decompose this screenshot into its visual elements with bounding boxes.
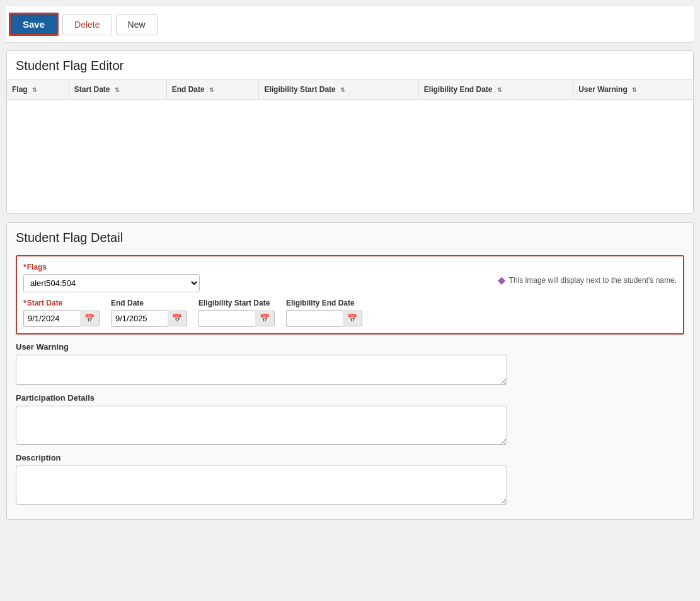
- col-start-date[interactable]: Start Date ⇅: [69, 80, 166, 100]
- col-elig-end[interactable]: Eligibility End Date ⇅: [418, 80, 573, 100]
- col-flag[interactable]: Flag ⇅: [7, 80, 69, 100]
- highlighted-section: Flags alert504:504 ◆ This image will dis…: [16, 255, 684, 335]
- description-textarea[interactable]: [16, 466, 507, 505]
- end-date-input-wrap: 📅: [111, 310, 187, 327]
- elig-start-date-calendar-button[interactable]: 📅: [255, 311, 275, 326]
- flag-table-body: [7, 100, 693, 213]
- elig-start-date-label: Eligibility Start Date: [198, 299, 275, 307]
- flag-table-container: Flag ⇅ Start Date ⇅ End Date ⇅ Eligibili…: [7, 80, 693, 213]
- user-warning-textarea[interactable]: [16, 355, 507, 385]
- user-warning-label: User Warning: [16, 342, 684, 352]
- sort-flag-icon[interactable]: ⇅: [32, 87, 37, 93]
- start-date-group: Start Date 📅: [23, 299, 100, 327]
- flags-select[interactable]: alert504:504: [23, 274, 200, 292]
- elig-start-date-input[interactable]: [198, 310, 255, 327]
- start-date-input-wrap: 📅: [23, 310, 100, 327]
- table-header-row: Flag ⇅ Start Date ⇅ End Date ⇅ Eligibili…: [7, 80, 693, 100]
- end-date-calendar-button[interactable]: 📅: [168, 311, 187, 326]
- student-flag-detail-panel: Student Flag Detail Flags alert504:504 ◆…: [6, 222, 694, 520]
- participation-textarea[interactable]: [16, 406, 507, 445]
- start-date-label: Start Date: [23, 299, 100, 307]
- dates-row: Start Date 📅 End Date 📅 Elig: [23, 299, 677, 327]
- start-date-input[interactable]: [23, 310, 80, 327]
- new-button[interactable]: New: [116, 14, 158, 35]
- elig-end-date-group: Eligibility End Date 📅: [286, 299, 362, 327]
- col-end-date[interactable]: End Date ⇅: [166, 80, 259, 100]
- sort-user-warning-icon[interactable]: ⇅: [632, 87, 637, 93]
- toolbar: Save Delete New: [6, 6, 694, 43]
- flags-right: ◆ This image will display next to the st…: [498, 263, 677, 286]
- end-date-label: End Date: [111, 299, 187, 307]
- sort-elig-start-icon[interactable]: ⇅: [340, 87, 345, 93]
- save-button[interactable]: Save: [9, 13, 59, 36]
- detail-form: Flags alert504:504 ◆ This image will dis…: [7, 251, 693, 510]
- end-date-group: End Date 📅: [111, 299, 187, 327]
- description-label: Description: [16, 453, 684, 462]
- elig-end-date-label: Eligibility End Date: [286, 299, 362, 307]
- participation-label: Participation Details: [16, 393, 684, 403]
- flags-label: Flags: [23, 263, 488, 272]
- detail-panel-title: Student Flag Detail: [7, 223, 693, 251]
- editor-panel-title: Student Flag Editor: [7, 51, 693, 80]
- flags-left: Flags alert504:504: [23, 263, 488, 292]
- sort-end-date-icon[interactable]: ⇅: [209, 87, 214, 93]
- student-flag-editor-panel: Student Flag Editor Flag ⇅ Start Date ⇅ …: [6, 50, 694, 214]
- elig-end-date-calendar-button[interactable]: 📅: [343, 311, 362, 326]
- flags-hint-text: This image will display next to the stud…: [509, 276, 677, 285]
- col-user-warning[interactable]: User Warning ⇅: [573, 80, 693, 100]
- elig-start-date-group: Eligibility Start Date 📅: [198, 299, 275, 327]
- elig-end-date-input-wrap: 📅: [286, 310, 362, 327]
- delete-button[interactable]: Delete: [62, 14, 112, 35]
- tag-icon: ◆: [498, 274, 505, 286]
- end-date-input[interactable]: [111, 310, 168, 327]
- elig-start-date-input-wrap: 📅: [198, 310, 275, 327]
- flags-row: Flags alert504:504 ◆ This image will dis…: [23, 263, 677, 292]
- sort-start-date-icon[interactable]: ⇅: [115, 87, 120, 93]
- elig-end-date-input[interactable]: [286, 310, 343, 327]
- sort-elig-end-icon[interactable]: ⇅: [497, 87, 502, 93]
- start-date-calendar-button[interactable]: 📅: [80, 311, 100, 326]
- flag-table: Flag ⇅ Start Date ⇅ End Date ⇅ Eligibili…: [7, 80, 693, 213]
- col-elig-start[interactable]: Eligibility Start Date ⇅: [259, 80, 418, 100]
